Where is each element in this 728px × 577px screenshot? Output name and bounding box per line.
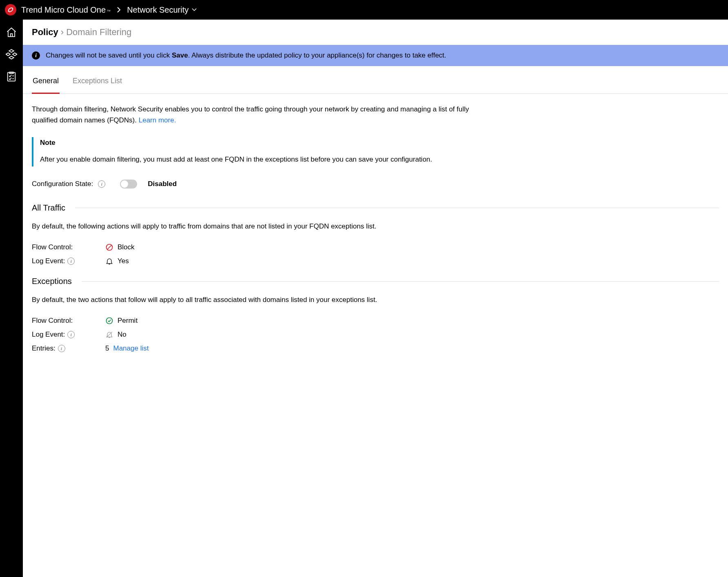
top-header: Trend Micro Cloud One ™ Network Security xyxy=(0,0,728,20)
brand-name[interactable]: Trend Micro Cloud One ™ xyxy=(21,5,111,15)
intro-text: Through domain filtering, Network Securi… xyxy=(32,104,481,126)
permit-icon xyxy=(105,317,113,325)
exceptions-heading: Exceptions xyxy=(32,277,719,286)
flow-control-label: Flow Control: xyxy=(32,317,73,325)
note-title: Note xyxy=(40,139,712,147)
banner-suffix: . Always distribute the updated policy t… xyxy=(188,51,446,59)
exceptions-entries: Entries: i 5 Manage list xyxy=(32,344,719,353)
breadcrumb-current: Domain Filtering xyxy=(66,27,131,38)
exceptions-desc: By default, the two actions that follow … xyxy=(32,294,719,305)
divider xyxy=(75,208,719,208)
trademark: ™ xyxy=(107,9,111,13)
entries-count: 5 xyxy=(105,344,109,353)
config-state-toggle[interactable] xyxy=(120,180,137,189)
banner-prefix: Changes will not be saved until you clic… xyxy=(46,51,172,59)
config-state-value: Disabled xyxy=(148,180,177,188)
flow-control-value: Block xyxy=(118,243,135,251)
log-event-value: No xyxy=(118,331,127,339)
all-traffic-heading: All Traffic xyxy=(32,203,719,213)
breadcrumb-root[interactable]: Policy xyxy=(32,27,58,38)
banner-text: Changes will not be saved until you clic… xyxy=(46,51,446,60)
product-dropdown[interactable]: Network Security xyxy=(127,5,197,15)
log-event-label: Log Event: xyxy=(32,331,65,339)
toggle-knob xyxy=(121,180,128,188)
note-box: Note After you enable domain filtering, … xyxy=(32,137,719,166)
flow-control-label: Flow Control: xyxy=(32,243,73,251)
all-traffic-flow-control: Flow Control: Block xyxy=(32,243,719,251)
info-hint-icon[interactable]: i xyxy=(58,345,65,352)
svg-point-3 xyxy=(107,318,113,324)
log-event-value: Yes xyxy=(118,257,129,265)
info-hint-icon[interactable]: i xyxy=(67,331,75,338)
info-hint-icon[interactable]: i xyxy=(67,257,75,265)
tab-general[interactable]: General xyxy=(32,69,60,94)
modules-icon[interactable] xyxy=(5,48,18,60)
svg-line-2 xyxy=(107,245,111,249)
learn-more-link[interactable]: Learn more. xyxy=(139,116,176,124)
home-icon[interactable] xyxy=(5,26,18,38)
bell-off-icon xyxy=(105,331,113,339)
tabs: General Exceptions List xyxy=(23,69,728,94)
note-body: After you enable domain filtering, you m… xyxy=(40,154,712,165)
all-traffic-desc: By default, the following actions will a… xyxy=(32,221,719,232)
chevron-right-icon xyxy=(116,7,121,13)
entries-label: Entries: xyxy=(32,344,55,353)
product-label: Network Security xyxy=(127,5,189,15)
info-icon: i xyxy=(32,51,40,60)
sidebar xyxy=(0,20,23,577)
log-event-label: Log Event: xyxy=(32,257,65,265)
chevron-down-icon xyxy=(192,8,197,12)
checklist-icon[interactable] xyxy=(5,70,18,82)
bell-icon xyxy=(105,257,113,265)
breadcrumb: Policy › Domain Filtering xyxy=(23,20,728,45)
breadcrumb-separator: › xyxy=(61,27,64,38)
block-icon xyxy=(105,243,113,251)
brand-logo xyxy=(5,4,16,16)
tab-exceptions-list[interactable]: Exceptions List xyxy=(72,69,123,94)
manage-list-link[interactable]: Manage list xyxy=(113,344,149,353)
exceptions-title: Exceptions xyxy=(32,277,72,286)
info-banner: i Changes will not be saved until you cl… xyxy=(23,45,728,66)
intro-body: Through domain filtering, Network Securi… xyxy=(32,105,469,124)
exceptions-log-event: Log Event: i No xyxy=(32,331,719,339)
all-traffic-title: All Traffic xyxy=(32,203,65,213)
flow-control-value: Permit xyxy=(118,317,138,325)
brand-text: Trend Micro Cloud One xyxy=(21,5,106,15)
config-state-label: Configuration State: xyxy=(32,180,93,188)
info-hint-icon[interactable]: i xyxy=(98,180,105,188)
main-content: Policy › Domain Filtering i Changes will… xyxy=(23,20,728,577)
banner-bold: Save xyxy=(172,51,188,59)
config-state-row: Configuration State: i Disabled xyxy=(32,180,719,189)
all-traffic-log-event: Log Event: i Yes xyxy=(32,257,719,265)
exceptions-flow-control: Flow Control: Permit xyxy=(32,317,719,325)
divider xyxy=(82,281,719,282)
